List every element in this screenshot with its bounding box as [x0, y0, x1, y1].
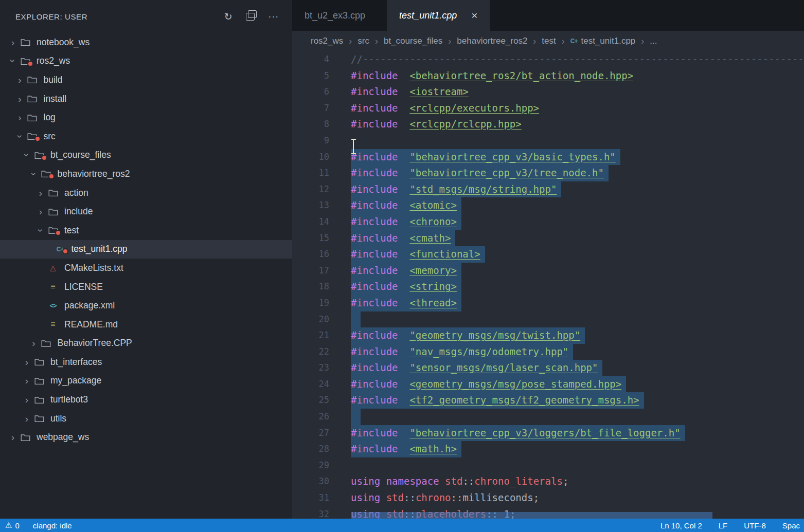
breadcrumb-item-test[interactable]: test [542, 36, 556, 46]
code-line-10[interactable]: 10#include "behaviortree_cpp_v3/basic_ty… [292, 149, 804, 166]
refresh-icon[interactable]: ↻ [224, 11, 233, 23]
code-line-24[interactable]: 24#include <geometry_msgs/msg/pose_stamp… [292, 376, 804, 393]
tree-item-log[interactable]: ›log [0, 108, 292, 127]
breadcrumb-item-ros2-ws[interactable]: ros2_ws [311, 36, 343, 46]
line-number[interactable]: 23 [292, 360, 329, 376]
line-number[interactable]: 26 [292, 409, 329, 425]
line-number[interactable]: 31 [292, 490, 329, 506]
tree-item-bt-interfaces[interactable]: ›bt_interfaces [0, 353, 292, 372]
code-line-11[interactable]: 11#include "behaviortree_cpp_v3/tree_nod… [292, 165, 804, 181]
tree-item-ros2-ws[interactable]: ›ros2_ws [0, 52, 292, 71]
code-line-7[interactable]: 7#include <rclcpp/executors.hpp> [292, 100, 804, 117]
breadcrumb-item-[interactable]: ... [650, 36, 657, 46]
code-line-28[interactable]: 28#include <math.h> [292, 441, 804, 457]
tree-item-license[interactable]: ≡LICENSE [0, 278, 292, 297]
code-line-18[interactable]: 18#include <string> [292, 279, 804, 295]
line-number[interactable]: 28 [292, 441, 329, 457]
tree-item-package-xml[interactable]: <>package.xml [0, 296, 292, 315]
breadcrumb-item-src[interactable]: src [358, 36, 369, 46]
line-number[interactable]: 21 [292, 327, 329, 344]
tree-item-behaviortree-ros2[interactable]: ›behaviortree_ros2 [0, 164, 292, 184]
line-number[interactable]: 19 [292, 295, 329, 311]
line-number[interactable]: 14 [292, 214, 329, 230]
breadcrumb-item-bt-course-files[interactable]: bt_course_files [384, 36, 442, 46]
tree-item-test-unit1-cpp[interactable]: C+test_unit1.cpp [0, 240, 292, 259]
tree-item-utils[interactable]: ›utils [0, 409, 292, 428]
code-line-20[interactable]: 20 [292, 311, 804, 328]
code-line-12[interactable]: 12#include "std_msgs/msg/string.hpp" [292, 181, 804, 198]
tree-item-action[interactable]: ›action [0, 184, 292, 203]
code-editor[interactable]: 4//-------------------------------------… [292, 51, 804, 532]
line-number[interactable]: 16 [292, 246, 329, 263]
eol-indicator[interactable]: LF [719, 521, 728, 530]
line-number[interactable]: 20 [292, 311, 329, 328]
breadcrumb-item-test-unit1-cpp[interactable]: test_unit1.cpp [581, 36, 635, 46]
clangd-status[interactable]: clangd: idle [33, 521, 72, 530]
encoding-indicator[interactable]: UTF-8 [744, 521, 766, 530]
line-number[interactable]: 12 [292, 181, 329, 198]
tab-test-unit1-cpp[interactable]: test_unit1.cpp × [387, 0, 490, 31]
code-line-19[interactable]: 19#include <thread> [292, 295, 804, 311]
line-number[interactable]: 18 [292, 279, 329, 295]
code-line-9[interactable]: 9 [292, 133, 804, 149]
horizontal-scrollbar[interactable] [351, 512, 712, 519]
code-line-5[interactable]: 5#include <behaviortree_ros2/bt_action_n… [292, 68, 804, 84]
code-line-25[interactable]: 25#include <tf2_geometry_msgs/tf2_geomet… [292, 392, 804, 409]
line-number[interactable]: 4 [292, 51, 329, 68]
close-icon[interactable]: × [471, 9, 477, 22]
code-line-31[interactable]: 31using std::chrono::milliseconds; [292, 490, 804, 506]
tree-item-include[interactable]: ›include [0, 202, 292, 221]
tree-item-cmakelists-txt[interactable]: △CMakeLists.txt [0, 259, 292, 278]
line-number[interactable]: 5 [292, 68, 329, 84]
line-number[interactable]: 27 [292, 425, 329, 442]
line-number[interactable]: 7 [292, 100, 329, 117]
code-token: <rclcpp/rclcpp.hpp> [409, 118, 521, 130]
tree-item-notebook-ws[interactable]: ›notebook_ws [0, 33, 292, 52]
code-line-30[interactable]: 30using namespace std::chrono_literals; [292, 473, 804, 490]
line-number[interactable]: 22 [292, 344, 329, 360]
line-number[interactable]: 29 [292, 457, 329, 474]
line-number[interactable]: 13 [292, 197, 329, 214]
line-number[interactable]: 11 [292, 165, 329, 181]
split-editor-icon[interactable] [246, 13, 255, 21]
code-line-15[interactable]: 15#include <cmath> [292, 230, 804, 247]
tree-item-install[interactable]: ›install [0, 89, 292, 108]
problems-indicator[interactable]: ⚠ 0 [5, 521, 20, 530]
tab-bt-u2-ex3-cpp[interactable]: bt_u2_ex3.cpp [292, 0, 378, 31]
tree-item-test[interactable]: ›test [0, 221, 292, 240]
line-number[interactable]: 17 [292, 263, 329, 279]
line-number[interactable]: 8 [292, 116, 329, 133]
code-line-23[interactable]: 23#include "sensor_msgs/msg/laser_scan.h… [292, 360, 804, 376]
tree-item-build[interactable]: ›build [0, 70, 292, 89]
code-line-8[interactable]: 8#include <rclcpp/rclcpp.hpp> [292, 116, 804, 133]
code-line-26[interactable]: 26 [292, 409, 804, 425]
tree-item-my-package[interactable]: ›my_package [0, 372, 292, 391]
line-number[interactable]: 24 [292, 376, 329, 393]
code-line-17[interactable]: 17#include <memory> [292, 263, 804, 279]
code-line-14[interactable]: 14#include <chrono> [292, 214, 804, 230]
breadcrumb-item-behaviortree-ros2[interactable]: behaviortree_ros2 [457, 36, 527, 46]
code-line-29[interactable]: 29 [292, 457, 804, 474]
line-number[interactable]: 25 [292, 392, 329, 409]
code-line-27[interactable]: 27#include "behaviortree_cpp_v3/loggers/… [292, 425, 804, 442]
line-number[interactable]: 30 [292, 473, 329, 490]
tree-item-turtlebot3[interactable]: ›turtlebot3 [0, 390, 292, 409]
tree-item-src[interactable]: ›src [0, 127, 292, 146]
line-number[interactable]: 6 [292, 84, 329, 100]
indentation-indicator[interactable]: Spac [782, 521, 800, 530]
cursor-position[interactable]: Ln 10, Col 2 [660, 521, 702, 530]
line-number[interactable]: 9 [292, 133, 329, 149]
code-line-21[interactable]: 21#include "geometry_msgs/msg/twist.hpp" [292, 327, 804, 344]
more-actions-icon[interactable]: ··· [268, 11, 279, 22]
code-line-16[interactable]: 16#include <functional> [292, 246, 804, 263]
code-line-6[interactable]: 6#include <iostream> [292, 84, 804, 100]
tree-item-webpage-ws[interactable]: ›webpage_ws [0, 428, 292, 447]
line-number[interactable]: 10 [292, 149, 329, 166]
line-number[interactable]: 15 [292, 230, 329, 247]
tree-item-bt-course-files[interactable]: ›bt_course_files [0, 146, 292, 165]
code-line-4[interactable]: 4//-------------------------------------… [292, 51, 804, 68]
code-line-13[interactable]: 13#include <atomic> [292, 197, 804, 214]
tree-item-behaviortree-cpp[interactable]: ›BehaviorTree.CPP [0, 334, 292, 353]
code-line-22[interactable]: 22#include "nav_msgs/msg/odometry.hpp" [292, 344, 804, 360]
tree-item-readme-md[interactable]: ≡README.md [0, 315, 292, 334]
